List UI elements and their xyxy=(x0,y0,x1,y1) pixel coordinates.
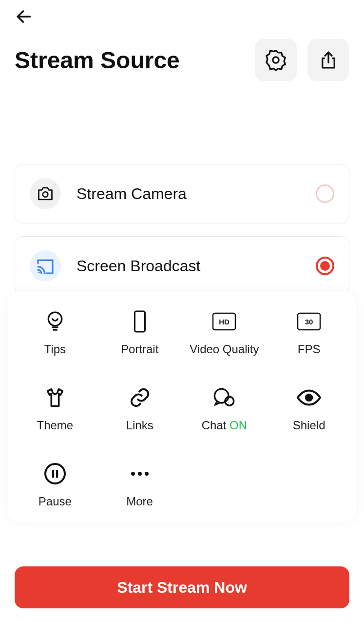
screen-broadcast-radio[interactable] xyxy=(316,257,334,275)
svg-point-13 xyxy=(45,464,65,483)
tips-label: Tips xyxy=(44,342,66,356)
back-button[interactable] xyxy=(15,6,36,27)
more-button[interactable]: More xyxy=(97,462,182,508)
stream-camera-radio[interactable] xyxy=(316,184,334,203)
portrait-label: Portrait xyxy=(121,342,158,356)
svg-rect-5 xyxy=(134,311,145,332)
video-quality-label: Video Quality xyxy=(190,342,259,356)
theme-label: Theme xyxy=(37,419,74,432)
hd-icon: HD xyxy=(212,312,236,331)
fps-button[interactable]: 30 FPS xyxy=(267,309,351,356)
gear-icon xyxy=(265,49,287,71)
controls-panel: Tips Portrait HD Video Quality 30 FPS Th… xyxy=(8,292,356,522)
settings-button[interactable] xyxy=(255,39,297,81)
svg-text:HD: HD xyxy=(219,318,230,326)
shield-label: Shield xyxy=(293,419,326,432)
share-icon xyxy=(318,50,339,70)
links-label: Links xyxy=(126,419,153,432)
svg-point-2 xyxy=(43,192,48,197)
arrow-left-icon xyxy=(15,7,33,26)
svg-point-3 xyxy=(38,272,39,273)
stream-camera-label: Stream Camera xyxy=(77,185,300,203)
svg-point-16 xyxy=(131,472,135,476)
lightbulb-icon xyxy=(45,310,65,333)
eye-icon xyxy=(297,389,321,406)
svg-point-4 xyxy=(48,312,61,325)
tips-button[interactable]: Tips xyxy=(13,309,97,356)
more-label: More xyxy=(126,495,153,508)
chat-icon xyxy=(212,386,236,409)
share-button[interactable] xyxy=(307,39,349,81)
cast-icon xyxy=(36,256,55,276)
camera-icon-wrap xyxy=(30,178,61,209)
svg-point-12 xyxy=(306,395,312,401)
shirt-icon xyxy=(44,386,66,409)
svg-point-10 xyxy=(215,389,229,403)
screen-broadcast-option[interactable]: Screen Broadcast xyxy=(15,236,349,296)
pause-label: Pause xyxy=(38,495,72,508)
video-quality-button[interactable]: HD Video Quality xyxy=(182,309,267,356)
svg-point-17 xyxy=(138,472,142,476)
more-icon xyxy=(129,471,151,477)
camera-icon xyxy=(37,185,54,202)
chat-button[interactable]: Chat ON xyxy=(182,385,267,432)
portrait-button[interactable]: Portrait xyxy=(97,309,182,356)
links-button[interactable]: Links xyxy=(97,385,182,432)
stream-camera-option[interactable]: Stream Camera xyxy=(15,164,349,223)
chat-label: Chat ON xyxy=(202,419,247,432)
fps-icon: 30 xyxy=(297,312,321,331)
start-stream-button[interactable]: Start Stream Now xyxy=(15,566,349,608)
svg-point-1 xyxy=(273,57,279,63)
page-title: Stream Source xyxy=(15,47,180,74)
svg-point-18 xyxy=(145,472,149,476)
pause-icon xyxy=(43,462,67,485)
cast-icon-wrap xyxy=(30,250,61,281)
portrait-icon xyxy=(131,310,149,333)
theme-button[interactable]: Theme xyxy=(13,385,97,432)
svg-text:30: 30 xyxy=(305,318,313,326)
link-icon xyxy=(129,386,151,409)
pause-button[interactable]: Pause xyxy=(13,462,97,508)
fps-label: FPS xyxy=(298,342,321,356)
screen-broadcast-label: Screen Broadcast xyxy=(77,257,300,275)
shield-button[interactable]: Shield xyxy=(267,385,351,432)
